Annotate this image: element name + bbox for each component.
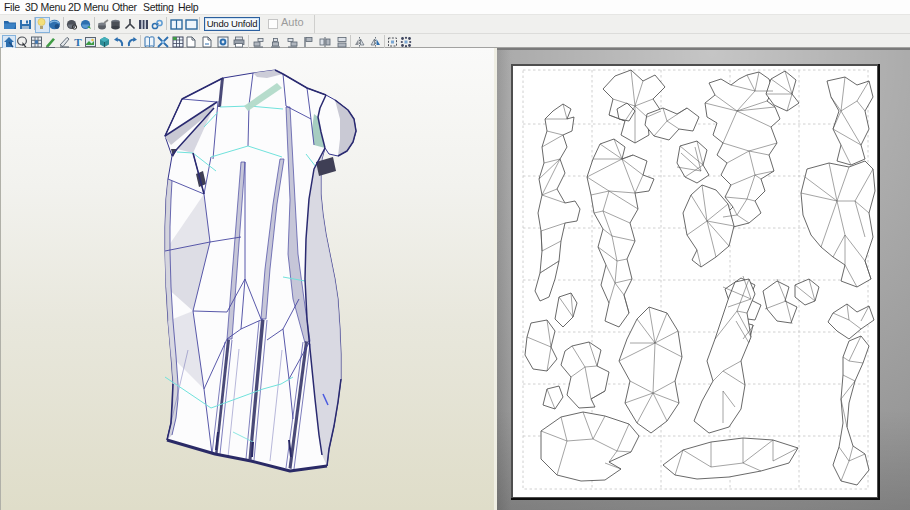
svg-text:T: T [74,36,82,48]
